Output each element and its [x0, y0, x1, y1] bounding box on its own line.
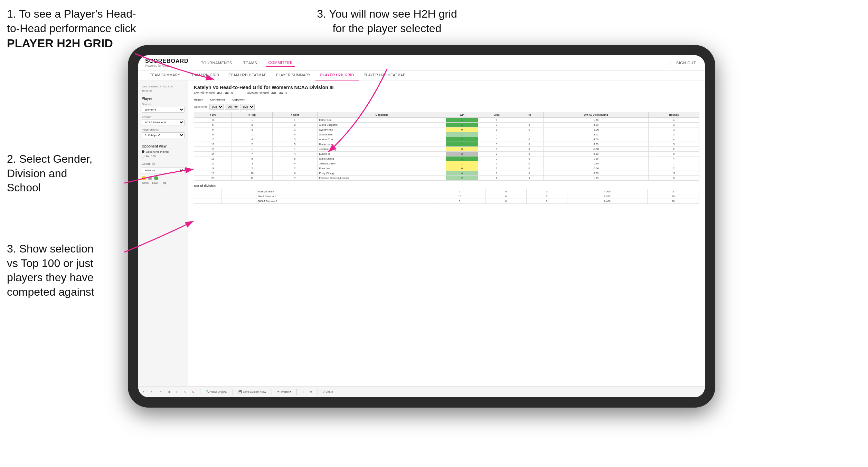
out-of-division-label: Out of division — [194, 184, 699, 188]
sub-nav-team-h2h-heatmap[interactable]: TEAM H2H HEATMAP — [224, 70, 271, 80]
col-loss: Loss — [478, 112, 515, 118]
table-row: 18 2 2 Euna Lee 0 1 0 -5.00 2 — [194, 166, 699, 171]
col-win: Win — [446, 112, 478, 118]
region-select[interactable]: (All) — [209, 104, 224, 110]
radio-top100[interactable]: Top 100 — [142, 155, 185, 158]
toolbar-watch[interactable]: 👁 Watch ▾ — [276, 390, 292, 394]
toolbar-sep4 — [296, 389, 297, 395]
toolbar-refresh[interactable]: ↻ — [183, 390, 188, 394]
sidebar-gender-label: Gender — [142, 103, 185, 106]
sidebar-division-select[interactable]: NCAA Division III NCAA Division I NCAA D… — [142, 120, 185, 125]
sub-nav-team-h2h-grid[interactable]: TEAM H2H GRID — [185, 70, 224, 80]
colour-by-select[interactable]: Win/loss — [142, 168, 185, 173]
toolbar-grid[interactable]: ⊞ — [167, 390, 172, 394]
table-row: 15 8 5 Stella Cheng 1 0 0 1.25 4 — [194, 156, 699, 161]
col-diff: Diff Av Strokes/Rnd — [543, 112, 648, 118]
tablet: SCOREBOARD Powered by clippd TOURNAMENTS… — [128, 45, 715, 408]
table-row: 5 2 2 Alexis Sudjianto 1 0 0 4.00 3 — [194, 123, 699, 127]
col-div: # Div — [194, 112, 232, 118]
nav-teams[interactable]: TEAMS — [241, 59, 259, 66]
opponents-filter-label: Opponents: — [194, 105, 208, 108]
toolbar-sep5 — [318, 389, 318, 395]
conference-select[interactable]: (All) — [225, 104, 239, 110]
nav-items: TOURNAMENTS TEAMS COMMITTEE — [199, 59, 659, 67]
sidebar-player-rank-label: Player (Rank) — [142, 128, 185, 131]
main-content: Last Updated: 27/03/202416:55:38 Player … — [138, 80, 705, 395]
toolbar-sep2 — [233, 389, 233, 395]
nav-committee[interactable]: COMMITTEE — [266, 59, 295, 67]
table-row: 11 2 5 Heejo Hyun 1 0 0 3.33 3 — [194, 142, 699, 147]
toolbar-circle[interactable]: ⊙ — [191, 390, 196, 394]
radio-opponents-label: Opponents Played — [146, 150, 169, 153]
conference-filter-group: Conference — [210, 98, 225, 101]
col-conf: # Conf — [273, 112, 317, 118]
toolbar-redo[interactable]: ↪ — [159, 390, 164, 394]
region-label: Region — [194, 98, 203, 101]
radio-dot-opponents — [142, 150, 144, 153]
filter-row: Region Conference Opponent — [194, 98, 699, 101]
colour-labels: Down Level Up — [142, 182, 185, 184]
colour-label-down: Down — [142, 182, 149, 184]
logo-sub: Powered by clippd — [145, 64, 189, 68]
table-row: 20 11 7 Federica Domecq Lacroze 2 1 0 1.… — [194, 176, 699, 181]
nav-tournaments[interactable]: TOURNAMENTS — [199, 59, 234, 66]
toolbar-save-custom[interactable]: 💾 Save Custom View — [237, 390, 267, 394]
col-tie: Tie — [515, 112, 544, 118]
ood-table-row: Foreign Team 1 0 0 4.500 2 — [194, 189, 699, 194]
sidebar-player-select[interactable]: 8. Katelyn Vo — [142, 132, 185, 138]
col-reg: # Reg — [232, 112, 272, 118]
table-row: 19 10 6 Emily Chang 4 1 0 0.30 11 — [194, 171, 699, 176]
out-of-division-table: Foreign Team 1 0 0 4.500 2 NAIA Division… — [194, 189, 699, 204]
sub-nav: TEAM SUMMARY TEAM H2H GRID TEAM H2H HEAT… — [138, 70, 705, 80]
radio-dot-top100 — [142, 155, 144, 158]
sub-nav-player-h2h-grid[interactable]: PLAYER H2H GRID — [315, 70, 359, 80]
logo-area: SCOREBOARD Powered by clippd — [145, 58, 189, 67]
colour-label-level: Level — [151, 182, 159, 184]
instruction-top-left: 1. To see a Player's Head- to-Head perfo… — [7, 7, 138, 51]
ood-table-row: NAIA Division 1 15 0 0 9.267 30 — [194, 194, 699, 199]
toolbar-sep1 — [200, 389, 200, 395]
instruction-top-right: 3. You will now see H2H gridfor the play… — [297, 7, 477, 36]
app-header: SCOREBOARD Powered by clippd TOURNAMENTS… — [138, 55, 705, 70]
sign-out-link[interactable]: Sign out — [674, 59, 698, 66]
table-row: 10 6 3 Andrea York 2 0 0 4.00 4 — [194, 137, 699, 142]
radio-opponents-played[interactable]: Opponents Played — [142, 150, 185, 153]
grid-title: Katelyn Vo Head-to-Head Grid for Women's… — [194, 85, 699, 90]
col-rounds: Rounds — [649, 112, 699, 118]
toolbar-view-original[interactable]: 🔍 View: Original — [205, 390, 228, 394]
toolbar-resize[interactable]: ↕ — [301, 390, 305, 394]
sub-nav-player-summary[interactable]: PLAYER SUMMARY — [271, 70, 315, 80]
bottom-toolbar: ↩ ⟵ ↪ ⊞ ◻ ↻ ⊙ 🔍 View: Original 💾 Save Cu… — [138, 386, 705, 397]
toolbar-sep3 — [272, 389, 272, 395]
tablet-screen: SCOREBOARD Powered by clippd TOURNAMENTS… — [138, 55, 705, 397]
colour-by-section: Colour by Win/loss Down Level Up — [142, 162, 185, 184]
ood-table-row: NCAA Division 2 5 0 0 7.400 10 — [194, 199, 699, 204]
division-record: Division Record: 331 - 34 - 6 — [247, 91, 287, 95]
sidebar-division-label: Division — [142, 115, 185, 118]
toolbar-undo[interactable]: ↩ — [142, 390, 147, 394]
conference-label: Conference — [210, 98, 225, 101]
opponents-filter: Opponents: (All) (All) (All) — [194, 104, 255, 110]
colour-by-title: Colour by — [142, 162, 185, 165]
region-filter-group: Region — [194, 98, 203, 101]
instruction-bottom-left: 3. Show selectionvs Top 100 or justplaye… — [7, 242, 124, 299]
colour-label-up: Up — [161, 182, 169, 184]
main-data-table: # Div # Reg # Conf Opponent Win Loss Tie… — [194, 112, 699, 181]
toolbar-dots[interactable]: ◻ — [175, 390, 180, 394]
sub-nav-player-h2h-heatmap[interactable]: PLAYER H2H HEATMAP — [359, 70, 410, 80]
toolbar-share[interactable]: ⤴ Share — [322, 390, 334, 394]
table-row: 14 7 4 Eunice Yi 2 2 0 0.38 9 — [194, 152, 699, 156]
sidebar: Last Updated: 27/03/202416:55:38 Player … — [138, 80, 188, 395]
dot-down — [142, 176, 146, 180]
table-row: 3 1 1 Esther Lee 1 0 1.50 4 — [194, 118, 699, 123]
sidebar-timestamp: Last Updated: 27/03/202416:55:38 — [142, 85, 185, 92]
sidebar-gender-select[interactable]: Women's Men's — [142, 107, 185, 113]
toolbar-back[interactable]: ⟵ — [150, 390, 156, 394]
col-opponent: Opponent — [317, 112, 446, 118]
toolbar-expand[interactable]: ≪ — [308, 390, 313, 394]
table-row: 13 1 1 Jessica Huang 0 0 0 -3.00 2 — [194, 147, 699, 152]
sub-nav-team-summary[interactable]: TEAM SUMMARY — [145, 70, 185, 80]
filter-selects-row: Opponents: (All) (All) (All) — [194, 104, 699, 110]
opponent-select[interactable]: (All) — [240, 104, 255, 110]
table-row: 16 3 4 Jessica Mason 1 2 0 -0.94 7 — [194, 161, 699, 166]
